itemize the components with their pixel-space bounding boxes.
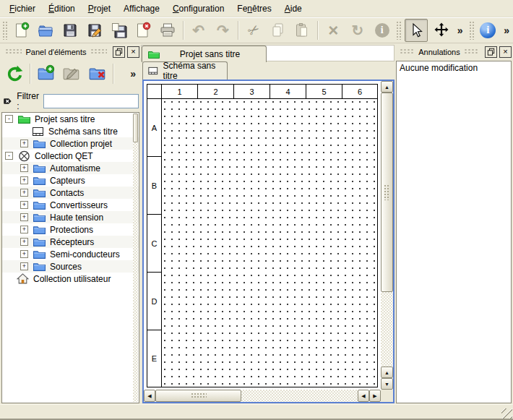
- tree-scrollbar-thumb[interactable]: [133, 113, 138, 142]
- float-panel-button[interactable]: [113, 46, 125, 58]
- tree-item-collection-projet[interactable]: + Collection projet: [2, 137, 139, 150]
- undo-list-item[interactable]: Aucune modification: [397, 61, 511, 74]
- about-button[interactable]: i: [478, 20, 499, 41]
- tab-projet-sans-titre[interactable]: Projet sans titre: [142, 46, 267, 62]
- tree-item-convertisseurs[interactable]: + Convertisseurs: [2, 199, 139, 211]
- tab-schema-sans-titre[interactable]: Schéma sans titre: [142, 61, 228, 80]
- close-icon: ×: [131, 48, 135, 56]
- new-category-button[interactable]: [35, 62, 57, 85]
- menu-fenetres[interactable]: Fenêtres: [230, 1, 277, 16]
- tree-scrollbar-track[interactable]: [133, 142, 138, 402]
- toolbar-overflow-button[interactable]: »: [500, 25, 513, 36]
- tree-item-collection-utilisateur[interactable]: Collection utilisateur: [2, 273, 139, 285]
- vertical-scrollbar-track[interactable]: [381, 292, 393, 367]
- rotate-button[interactable]: ↻: [347, 20, 368, 41]
- cut-button[interactable]: ✂: [243, 20, 264, 41]
- scroll-right-button[interactable]: ▶: [369, 390, 381, 402]
- horizontal-scrollbar[interactable]: ◀ ◀ ▶: [144, 390, 381, 402]
- close-file-button[interactable]: [132, 20, 154, 41]
- redo-button[interactable]: ↷: [212, 20, 234, 41]
- edit-category-button[interactable]: [61, 62, 83, 85]
- expand-icon[interactable]: +: [20, 262, 28, 270]
- toolbar-drag-handle[interactable]: [396, 21, 401, 40]
- open-file-button[interactable]: [35, 20, 57, 41]
- tree-item-collection-qet[interactable]: - Collection QET: [2, 150, 139, 162]
- menu-affichage[interactable]: Affichage: [117, 1, 166, 16]
- print-button[interactable]: [157, 20, 178, 41]
- tree-item-schema[interactable]: Schéma sans titre: [2, 125, 139, 137]
- filter-input[interactable]: [43, 94, 139, 108]
- menu-aide[interactable]: Aide: [278, 1, 309, 16]
- menu-configuration[interactable]: Configuration: [166, 1, 230, 16]
- expand-icon[interactable]: +: [20, 164, 28, 172]
- resize-grip[interactable]: [501, 408, 512, 419]
- tree-item-capteurs[interactable]: + Capteurs: [2, 174, 139, 187]
- schema-view[interactable]: 1 2 3 4 5 6 A B C D E ▲ ▲ ▼ ◀ ◀: [142, 80, 395, 403]
- column-header: 5: [306, 85, 342, 99]
- tree-indent: [20, 128, 27, 134]
- expand-icon[interactable]: +: [20, 250, 28, 258]
- menu-label: Aide: [285, 4, 302, 14]
- select-mode-button[interactable]: [405, 19, 428, 42]
- delete-button[interactable]: ×: [322, 20, 344, 41]
- panel-toolbar-overflow-button[interactable]: »: [126, 68, 139, 80]
- scroll-up-button[interactable]: ▲: [381, 81, 393, 93]
- toolbar-separator: [113, 64, 113, 84]
- expand-icon[interactable]: +: [20, 189, 28, 197]
- tree-item-projet[interactable]: - Projet sans titre: [2, 113, 139, 125]
- blue-folder-icon: [33, 200, 46, 210]
- tree-item-automatisme[interactable]: + Automatisme: [2, 162, 139, 174]
- scroll-left-button[interactable]: ◀: [144, 390, 155, 402]
- expand-icon[interactable]: +: [20, 238, 28, 246]
- tree-item-contacts[interactable]: + Contacts: [2, 187, 139, 199]
- undo-button[interactable]: ↶: [188, 20, 210, 41]
- reload-collections-button[interactable]: [3, 62, 25, 85]
- collapse-icon[interactable]: -: [5, 152, 13, 160]
- scroll-down-button[interactable]: ▼: [381, 378, 393, 390]
- tree-item-sources[interactable]: + Sources: [2, 260, 139, 273]
- copy-button[interactable]: [267, 20, 289, 41]
- tree-item-haute-tension[interactable]: + Haute tension: [2, 211, 139, 223]
- toolbar-overflow-button[interactable]: »: [454, 25, 467, 36]
- save-all-icon: [111, 22, 128, 39]
- vertical-scrollbar-thumb[interactable]: [381, 93, 393, 292]
- toolbar-separator: [317, 21, 318, 40]
- menu-edition[interactable]: Édition: [42, 1, 82, 16]
- expand-icon[interactable]: +: [20, 213, 28, 221]
- float-panel-button[interactable]: [485, 46, 497, 58]
- info-button[interactable]: i: [371, 20, 393, 41]
- expand-icon[interactable]: +: [20, 176, 28, 184]
- thumb-grip: [384, 184, 390, 200]
- scroll-up-button-2[interactable]: ▲: [381, 367, 393, 378]
- paste-button[interactable]: [292, 20, 314, 41]
- toolbar-drag-handle[interactable]: [469, 21, 474, 40]
- save-button[interactable]: [59, 20, 81, 41]
- horizontal-scrollbar-track[interactable]: [241, 390, 358, 402]
- expand-icon[interactable]: +: [20, 140, 28, 147]
- save-as-button[interactable]: [84, 20, 105, 41]
- tree-item-recepteurs[interactable]: + Récepteurs: [2, 236, 139, 248]
- tree-scrollbar[interactable]: [133, 113, 138, 402]
- expand-icon[interactable]: +: [20, 201, 28, 209]
- scroll-left-button-2[interactable]: ◀: [358, 390, 369, 402]
- collapse-icon[interactable]: -: [5, 115, 13, 123]
- toolbar-separator: [238, 21, 238, 40]
- new-file-button[interactable]: [11, 20, 33, 41]
- close-panel-button[interactable]: ×: [127, 46, 139, 58]
- vertical-scrollbar[interactable]: ▲ ▲ ▼: [381, 81, 393, 390]
- clear-filter-icon[interactable]: [3, 95, 12, 107]
- undo-history-list[interactable]: Aucune modification: [396, 61, 512, 403]
- tree-item-protections[interactable]: + Protections: [2, 223, 139, 236]
- menu-projet[interactable]: Projet: [82, 1, 117, 16]
- tree-item-semi-conducteurs[interactable]: + Semi-conducteurs: [2, 248, 139, 260]
- menu-fichier[interactable]: Fichier: [3, 1, 42, 16]
- save-all-button[interactable]: [108, 20, 130, 41]
- move-mode-button[interactable]: [431, 20, 452, 41]
- close-panel-button[interactable]: ×: [499, 46, 512, 58]
- toolbar-drag-handle[interactable]: [2, 21, 7, 40]
- expand-icon[interactable]: +: [20, 226, 28, 233]
- horizontal-scrollbar-thumb[interactable]: [155, 390, 241, 402]
- delete-category-button[interactable]: [86, 62, 108, 85]
- blue-folder-icon: [33, 237, 46, 247]
- schema-canvas[interactable]: 1 2 3 4 5 6 A B C D E: [144, 81, 381, 390]
